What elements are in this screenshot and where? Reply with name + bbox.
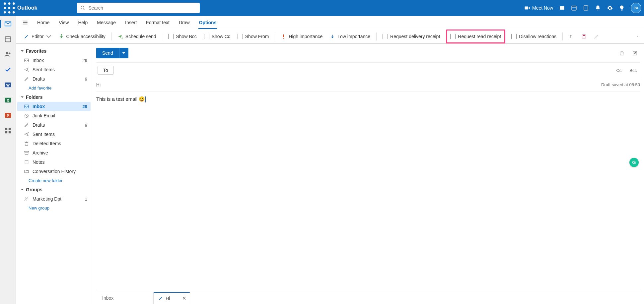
folder-icon	[24, 169, 29, 174]
folder-drafts[interactable]: Drafts9	[17, 120, 91, 130]
note-header-icon[interactable]	[583, 5, 589, 11]
tab-draw[interactable]: Draw	[175, 16, 194, 29]
hamburger-icon[interactable]	[19, 16, 32, 29]
editor-button[interactable]: Editor	[23, 31, 53, 42]
settings-icon[interactable]	[607, 5, 613, 11]
svg-rect-12	[584, 6, 588, 10]
checkbox-icon	[450, 34, 456, 39]
bcc-link[interactable]: Bcc	[627, 68, 639, 73]
more-options-button[interactable]	[593, 31, 601, 42]
create-new-folder-link[interactable]: Create new folder	[17, 176, 91, 185]
tab-help[interactable]: Help	[74, 16, 92, 29]
svg-text:T: T	[570, 34, 572, 38]
tips-icon[interactable]	[619, 5, 625, 11]
camera-icon	[524, 5, 530, 11]
account-avatar[interactable]: PA	[631, 3, 641, 13]
to-input[interactable]	[118, 68, 610, 73]
rail-calendar-icon[interactable]	[3, 34, 13, 44]
rail-mail-icon[interactable]	[3, 19, 13, 29]
calendar-header-icon[interactable]	[571, 5, 577, 11]
groups-header[interactable]: Groups	[17, 185, 91, 194]
show-cc-toggle[interactable]: Show Cc	[203, 31, 232, 42]
request-delivery-receipt-toggle[interactable]: Request delivery receipt	[381, 31, 441, 42]
svg-rect-33	[25, 59, 29, 62]
folder-inbox-label: Inbox	[33, 104, 79, 109]
trash-icon	[24, 141, 29, 146]
folder-archive-label: Archive	[33, 150, 87, 155]
meet-now-label: Meet Now	[532, 5, 553, 11]
tab-options[interactable]: Options	[195, 16, 221, 29]
folder-sent[interactable]: Sent Items	[17, 130, 91, 139]
svg-rect-25	[5, 131, 7, 133]
svg-point-5	[13, 7, 15, 9]
tab-format-text[interactable]: Format text	[142, 16, 174, 29]
meet-now-button[interactable]: Meet Now	[524, 5, 553, 11]
folder-archive[interactable]: Archive	[17, 148, 91, 157]
search-box[interactable]	[77, 3, 200, 13]
folder-conversation-history[interactable]: Conversation History	[17, 167, 91, 176]
check-accessibility-button[interactable]: Check accessibility	[57, 31, 107, 42]
fav-sent[interactable]: Sent Items	[17, 65, 91, 74]
search-input[interactable]	[88, 5, 196, 11]
svg-rect-34	[25, 105, 29, 108]
folder-deleted[interactable]: Deleted Items	[17, 139, 91, 148]
send-button[interactable]: Send	[96, 48, 119, 58]
folder-conversation-history-label: Conversation History	[33, 169, 87, 174]
rail-more-apps-icon[interactable]	[3, 125, 13, 136]
schedule-send-button[interactable]: Schedule send	[116, 31, 158, 42]
tab-home[interactable]: Home	[33, 16, 53, 29]
rail-people-icon[interactable]	[3, 49, 13, 60]
low-importance-button[interactable]: Low importance	[328, 31, 372, 42]
message-body[interactable]: This is a test email 😀 G	[96, 91, 640, 291]
checkbox-icon	[511, 34, 517, 39]
fav-inbox[interactable]: Inbox29	[17, 56, 91, 65]
high-importance-button[interactable]: High importance	[280, 31, 324, 42]
folders-header-label: Folders	[26, 94, 43, 100]
svg-rect-38	[25, 160, 28, 164]
close-tab-icon[interactable]: ✕	[182, 295, 186, 301]
fav-drafts[interactable]: Drafts9	[17, 74, 91, 84]
to-button[interactable]: To	[98, 66, 114, 75]
tab-insert[interactable]: Insert	[121, 16, 141, 29]
new-group-link[interactable]: New group	[17, 204, 91, 213]
subject-input[interactable]	[96, 82, 601, 88]
show-from-toggle[interactable]: Show From	[236, 31, 270, 42]
disallow-reactions-toggle[interactable]: Disallow reactions	[510, 31, 558, 42]
popout-button[interactable]	[629, 48, 640, 58]
svg-point-0	[4, 2, 6, 5]
plain-text-button[interactable]: T	[567, 31, 575, 42]
tab-message[interactable]: Message	[93, 16, 120, 29]
favorites-header[interactable]: Favorites	[17, 46, 91, 56]
rail-powerpoint-icon[interactable]: P	[3, 110, 13, 121]
folders-header[interactable]: Folders	[17, 92, 91, 102]
save-button[interactable]	[580, 31, 588, 42]
bottom-tab-draft[interactable]: Hi ✕	[153, 292, 190, 304]
bottom-tab-inbox[interactable]: Inbox	[98, 292, 153, 304]
tab-view[interactable]: View	[55, 16, 73, 29]
svg-rect-26	[8, 131, 10, 133]
show-bcc-toggle[interactable]: Show Bcc	[167, 31, 198, 42]
grammarly-icon[interactable]: G	[629, 158, 639, 167]
rail-word-icon[interactable]: W	[3, 80, 13, 90]
group-marketing[interactable]: Marketing Dpt1	[17, 194, 91, 204]
compose-pane: Send To Cc Bcc Draft saved at 08:50	[92, 44, 644, 304]
add-favorite-link[interactable]: Add favorite	[17, 84, 91, 92]
svg-point-2	[13, 2, 15, 5]
notifications-icon[interactable]	[595, 5, 601, 11]
request-read-receipt-toggle[interactable]: Request read receipt	[449, 31, 502, 42]
send-dropdown-button[interactable]	[119, 48, 128, 58]
folder-junk[interactable]: Junk Email	[17, 111, 91, 120]
discard-button[interactable]	[616, 48, 627, 58]
cc-link[interactable]: Cc	[614, 68, 623, 73]
request-read-receipt-highlight: Request read receipt	[446, 30, 505, 43]
svg-rect-37	[25, 152, 28, 154]
folder-inbox[interactable]: Inbox29	[17, 102, 91, 111]
bottom-tab-draft-label: Hi	[166, 296, 170, 301]
disallow-reactions-label: Disallow reactions	[519, 34, 556, 39]
teams-icon[interactable]	[559, 5, 565, 11]
app-launcher-icon[interactable]	[3, 1, 16, 15]
rail-todo-icon[interactable]	[3, 64, 13, 75]
folder-notes[interactable]: Notes	[17, 157, 91, 167]
ribbon-chevron-icon[interactable]	[637, 29, 642, 43]
rail-excel-icon[interactable]: X	[3, 95, 13, 105]
